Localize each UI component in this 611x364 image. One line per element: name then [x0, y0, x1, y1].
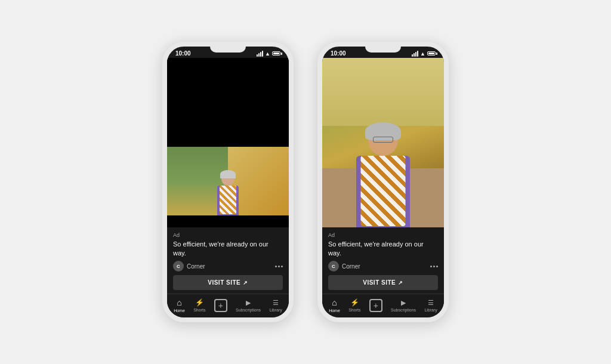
- visit-btn-label-right: VISIT SITE: [363, 279, 396, 286]
- plus-sign-left: +: [218, 301, 223, 310]
- person-figure-right: [356, 126, 410, 227]
- home-label-right: Home: [329, 309, 340, 313]
- video-area-left[interactable]: [167, 58, 289, 227]
- channel-avatar-right: C: [328, 261, 339, 272]
- black-bottom-left: [167, 215, 289, 227]
- nav-home-right[interactable]: ⌂ Home: [329, 298, 340, 313]
- library-icon-left: ☰: [273, 299, 279, 307]
- ad-info-row-right: C Corner: [328, 261, 438, 272]
- visit-site-button-left[interactable]: VISIT SITE ↗: [173, 275, 283, 290]
- person-glasses-right: [373, 137, 393, 143]
- dot-r2: [433, 266, 435, 267]
- person-head-right: [368, 126, 398, 156]
- nav-library-left[interactable]: ☰ Library: [269, 299, 282, 312]
- ad-text-left: So efficient, we're already on our way.: [173, 240, 283, 257]
- wifi-icon-left: ▲: [265, 51, 270, 57]
- subscriptions-icon-right: ▶: [401, 299, 406, 307]
- plus-sign-right: +: [374, 301, 378, 310]
- channel-name-right: Corner: [342, 263, 360, 270]
- shorts-label-right: Shorts: [348, 308, 360, 312]
- add-icon-right: +: [369, 299, 382, 312]
- ad-text-right: So efficient, we're already on our way.: [328, 240, 438, 257]
- home-icon-left: ⌂: [177, 298, 181, 307]
- nav-home-left[interactable]: ⌂ Home: [174, 298, 185, 313]
- shorts-icon-left: ⚡: [195, 298, 204, 307]
- time-left: 10:00: [175, 50, 191, 57]
- dot-2: [278, 266, 280, 267]
- ad-section-right: Ad So efficient, we're already on our wa…: [322, 227, 444, 294]
- subscriptions-label-left: Subscriptions: [236, 308, 261, 312]
- ad-label-left: Ad: [173, 232, 283, 238]
- lady-hair: [220, 170, 236, 178]
- bottom-nav-right: ⌂ Home ⚡ Shorts + ▶ Subscriptions ☰ Libr…: [322, 294, 444, 317]
- library-label-left: Library: [269, 308, 282, 312]
- phone-notch: [210, 47, 246, 53]
- person-torso-right: [356, 156, 410, 227]
- left-phone-wrapper: 10:00 ▲: [162, 42, 294, 322]
- phone-notch-right: [365, 47, 401, 53]
- signal-icon-right: [412, 51, 418, 57]
- dot-3: [281, 266, 283, 267]
- shorts-icon-right: ⚡: [350, 298, 359, 307]
- more-dots-left[interactable]: [275, 266, 283, 267]
- kitchen-wall-right: [322, 58, 444, 126]
- add-icon-left: +: [214, 299, 227, 312]
- lady-body: [217, 186, 239, 215]
- nav-add-right[interactable]: +: [369, 299, 382, 312]
- home-icon-right: ⌂: [332, 298, 337, 307]
- lady-head: [221, 172, 234, 186]
- ad-label-right: Ad: [328, 232, 438, 238]
- library-icon-right: ☰: [428, 299, 434, 307]
- right-phone-wrapper: 10:00 ▲: [317, 42, 449, 322]
- ad-channel-right: C Corner: [328, 261, 360, 272]
- nav-shorts-right[interactable]: ⚡ Shorts: [348, 298, 360, 312]
- nav-add-left[interactable]: +: [214, 299, 227, 312]
- ad-section-left: Ad So efficient, we're already on our wa…: [167, 227, 289, 294]
- nav-library-right[interactable]: ☰ Library: [424, 299, 437, 312]
- visit-site-button-right[interactable]: VISIT SITE ↗: [328, 275, 438, 290]
- black-top-left: [167, 58, 289, 147]
- channel-name-left: Corner: [187, 263, 205, 270]
- home-label-left: Home: [174, 309, 185, 313]
- external-link-icon-right: ↗: [398, 280, 403, 286]
- nav-subscriptions-right[interactable]: ▶ Subscriptions: [391, 299, 416, 312]
- external-link-icon-left: ↗: [243, 280, 248, 286]
- lady-figure-left: [217, 172, 239, 215]
- phone-right: 10:00 ▲: [317, 42, 449, 322]
- library-label-right: Library: [424, 308, 437, 312]
- status-icons-left: ▲: [257, 51, 280, 57]
- bottom-nav-left: ⌂ Home ⚡ Shorts + ▶ Subscriptions ☰ Libr…: [167, 294, 289, 317]
- wifi-icon-right: ▲: [420, 51, 425, 57]
- subscriptions-label-right: Subscriptions: [391, 308, 416, 312]
- subscriptions-icon-left: ▶: [246, 299, 251, 307]
- dot-1: [275, 266, 277, 267]
- time-right: 10:00: [331, 50, 346, 57]
- shorts-label-left: Shorts: [193, 308, 205, 312]
- full-screen-video-right[interactable]: [322, 58, 444, 227]
- dot-r1: [430, 266, 432, 267]
- person-apron-right: [361, 156, 406, 226]
- battery-icon-right: [427, 51, 436, 55]
- ad-channel-left: C Corner: [173, 261, 205, 272]
- nav-subscriptions-left[interactable]: ▶ Subscriptions: [236, 299, 261, 312]
- status-icons-right: ▲: [412, 51, 436, 57]
- channel-avatar-left: C: [173, 261, 184, 272]
- dot-r3: [436, 266, 438, 267]
- video-thumbnail-left[interactable]: [167, 147, 289, 215]
- phone-left: 10:00 ▲: [162, 42, 294, 322]
- signal-icon-left: [257, 51, 263, 57]
- battery-icon-left: [272, 51, 280, 55]
- ad-info-row-left: C Corner: [173, 261, 283, 272]
- more-dots-right[interactable]: [430, 266, 438, 267]
- visit-btn-label-left: VISIT SITE: [208, 279, 240, 286]
- lady-apron: [220, 186, 236, 214]
- nav-shorts-left[interactable]: ⚡ Shorts: [193, 298, 205, 312]
